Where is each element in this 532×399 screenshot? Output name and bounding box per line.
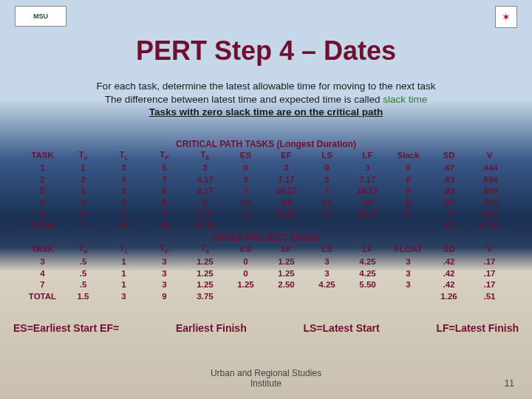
cell: .5 [63,268,103,280]
data-tables: CRITICAL PATH TASKS (Longest Duration) T… [22,139,510,302]
col-header: ES [225,243,266,256]
cell: 4.17 [185,174,225,186]
cell: 0 [225,163,266,174]
cell: .694 [469,174,510,186]
cell: 3 [388,279,429,291]
col-header: TL [103,243,144,256]
cell: 3 [307,256,347,268]
cell: 15.17 [266,208,307,220]
cell: 9 [144,291,185,303]
cell: 1 [63,197,103,209]
cell: 3 [103,185,144,197]
cell: 1.25 [185,268,225,280]
cell: 4 [144,208,185,220]
cell: 1.25 [266,268,307,280]
cell: .17 [469,279,510,291]
cell: 0 [307,163,347,174]
page-number: 11 [505,378,514,389]
cell [388,220,429,232]
cell: 7 [144,174,185,186]
cell: .51 [469,291,510,303]
cell: 3 [22,256,63,268]
cell [307,220,347,232]
cell: 3 [347,163,388,174]
cell: .17 [469,268,510,280]
cell: .67 [429,197,469,209]
col-header: TE [185,149,225,163]
cell: 3 [307,174,347,186]
cell [225,291,266,303]
cell [347,291,388,303]
cell: .17 [469,256,510,268]
cell: 3 [307,268,347,280]
table-row: 7.5131.251.252.504.255.503.42.17 [22,279,510,291]
cell [388,291,429,303]
cell: 3 [266,163,307,174]
col-header: TP [144,149,185,163]
table-row: 81242.171315.171315.170.5.254 [22,208,510,220]
table-row: TOTAL7152815.513.52.530 [22,220,510,232]
cell: 2 [63,174,103,186]
cell: .42 [429,256,469,268]
cell: .83 [429,185,469,197]
critical-path-table: TASKToTLTPTEESEFLSLFSlackSDV1135303030.6… [22,149,510,231]
cell: 3 [103,163,144,174]
cell: 6 [22,197,63,209]
cell: .42 [429,268,469,280]
cell: 0 [388,208,429,220]
cell: 0 [388,197,429,209]
cell: 7.17 [266,174,307,186]
cell: 13 [307,208,347,220]
cell: 4 [22,268,63,280]
cell: 3 [225,174,266,186]
footer: Urban and Regional Studies Institute [0,368,532,389]
col-header: LF [347,243,388,256]
cell: 1 [103,279,144,291]
col-header: LS [307,243,347,256]
cell [266,291,307,303]
col-header: EF [266,149,307,163]
cell [225,220,266,232]
col-header: SD [429,243,469,256]
legend: ES=Earliest Start EF= Earliest Finish LS… [13,322,519,334]
cell: 13 [266,197,307,209]
col-header: TASK [22,149,63,163]
table-row: 4.5131.2501.2534.253.42.17 [22,268,510,280]
col-header: TASK [22,243,63,256]
cell: 6 [144,185,185,197]
institute-logo: ✶ [495,6,517,28]
cell: 3 [144,256,185,268]
cell: 7 [307,185,347,197]
cell: 15.51 [185,220,225,232]
cell: .694 [469,185,510,197]
cell [347,220,388,232]
cell: 0 [225,256,266,268]
cell: 7 [22,279,63,291]
cell: 7 [225,185,266,197]
cell: 0 [388,174,429,186]
cell: 8 [22,208,63,220]
cell: 0 [388,163,429,174]
cell: .5 [63,256,103,268]
intro-line-2: The difference between latest time and e… [0,93,532,106]
cell: 10 [307,197,347,209]
cell: 3 [185,197,225,209]
cell: 4.25 [347,268,388,280]
critical-path-title: CRITICAL PATH TASKS (Longest Duration) [22,139,510,149]
table-row: 22474.1737.1737.170.83.694 [22,174,510,186]
col-header: TE [185,243,225,256]
cell: 2 [103,208,144,220]
cell: 1 [63,185,103,197]
cell: 15 [103,220,144,232]
col-header: To [63,149,103,163]
cell: 1 [22,163,63,174]
other-tasks-table: TASKToTLTPTEESEFLSLFFLOATSDV3.5131.2501.… [22,243,510,302]
cell: 4 [103,174,144,186]
cell: 1 [103,268,144,280]
cell: 7.17 [347,174,388,186]
cell: 15.17 [347,208,388,220]
legend-ef: Earliest Finish [176,322,247,334]
table-row: 61353101310130.67.444 [22,197,510,209]
table-row: 51363.17710.17710.170.83.694 [22,185,510,197]
cell: .444 [469,163,510,174]
